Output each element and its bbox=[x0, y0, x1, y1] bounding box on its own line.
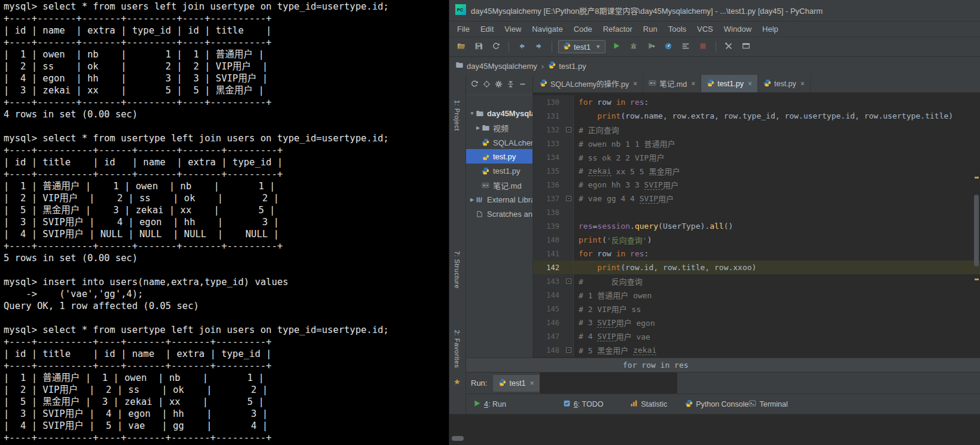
line-number[interactable]: 131 bbox=[533, 109, 564, 123]
tree-item-SQLALchemy的操作.py[interactable]: SQLALchemy的操作.py bbox=[466, 135, 532, 149]
run-button[interactable] bbox=[610, 40, 623, 53]
menu-item-edit[interactable]: Edit bbox=[475, 23, 499, 35]
line-number[interactable]: 130 bbox=[533, 95, 564, 109]
line-number[interactable]: 140 bbox=[533, 233, 564, 247]
tool-button-structure[interactable]: 7: Structure bbox=[454, 251, 461, 289]
code-line-136[interactable]: 136# egon hh 3 3 SVIP用户 bbox=[533, 178, 980, 192]
tab-SQLALchemy的操作.py[interactable]: SQLALchemy的操作.py× bbox=[534, 75, 643, 92]
breadcrumb-project[interactable]: day45Mysqlalchemy bbox=[467, 62, 537, 71]
gear-icon[interactable] bbox=[495, 80, 503, 90]
locate-icon[interactable] bbox=[483, 80, 491, 90]
close-icon[interactable]: × bbox=[633, 80, 637, 88]
close-icon[interactable]: × bbox=[530, 379, 534, 388]
line-number[interactable]: 143 bbox=[533, 274, 564, 288]
save-button[interactable] bbox=[472, 40, 485, 53]
line-number[interactable]: 146 bbox=[533, 316, 564, 329]
open-button[interactable] bbox=[455, 40, 468, 53]
tool-window-button-terminal[interactable]: Terminal bbox=[748, 399, 787, 409]
line-number[interactable]: 135 bbox=[533, 164, 564, 178]
line-number[interactable]: 137 bbox=[533, 192, 564, 205]
code-line-137[interactable]: 137-# vae gg 4 4 SVIP用户 bbox=[533, 192, 980, 205]
tree-item-test1.py[interactable]: test1.py bbox=[466, 164, 532, 178]
concurrency-button[interactable] bbox=[679, 40, 692, 53]
tab-test.py[interactable]: test.py× bbox=[758, 75, 811, 92]
code-line-148[interactable]: 148-# 5 黑金用户 zekai bbox=[533, 343, 980, 357]
code-line-144[interactable]: 144# 1 普通用户 owen bbox=[533, 288, 980, 302]
fold-marker-icon[interactable]: - bbox=[564, 123, 574, 137]
tree-item-视频[interactable]: ▶视频 bbox=[466, 120, 532, 135]
code-line-134[interactable]: 134# ss ok 2 2 VIP用户 bbox=[533, 150, 980, 164]
close-icon[interactable]: × bbox=[748, 80, 752, 88]
line-number[interactable]: 147 bbox=[533, 329, 564, 343]
tree-item-test.py[interactable]: test.py bbox=[466, 149, 532, 164]
mysql-terminal-window[interactable]: mysql> select * from users left join use… bbox=[0, 0, 449, 445]
favorites-star-icon[interactable]: ★ bbox=[454, 377, 461, 386]
menu-item-tools[interactable]: Tools bbox=[663, 23, 692, 35]
code-line-133[interactable]: 133# owen nb 1 1 普通用户 bbox=[533, 137, 980, 150]
forward-button[interactable] bbox=[532, 40, 546, 53]
fold-marker-icon[interactable]: - bbox=[564, 274, 574, 288]
line-number[interactable]: 134 bbox=[533, 150, 564, 164]
menu-item-file[interactable]: File bbox=[452, 23, 475, 35]
fold-marker-icon[interactable]: - bbox=[564, 343, 574, 357]
code-line-132[interactable]: 132-# 正向查询 bbox=[533, 123, 980, 137]
menu-item-navigate[interactable]: Navigate bbox=[526, 23, 568, 35]
sync-icon[interactable] bbox=[470, 80, 479, 90]
profiler-button[interactable] bbox=[662, 40, 675, 53]
editor-scrollbar[interactable] bbox=[973, 93, 980, 358]
menu-item-refactor[interactable]: Refactor bbox=[598, 23, 638, 35]
collapse-icon[interactable] bbox=[507, 80, 515, 90]
line-number[interactable]: 133 bbox=[533, 137, 564, 150]
tree-item-笔记.md[interactable]: 笔记.md bbox=[466, 178, 532, 192]
tool-button-favorites[interactable]: 2: Favorites bbox=[454, 330, 461, 368]
close-icon[interactable]: × bbox=[801, 80, 805, 88]
line-number[interactable]: 141 bbox=[533, 247, 564, 261]
tools-button[interactable] bbox=[722, 40, 735, 53]
layout-button[interactable] bbox=[739, 40, 753, 53]
menu-item-help[interactable]: Help bbox=[757, 23, 784, 35]
code-line-131[interactable]: 131 print(row.name, row.extra, row.type_… bbox=[533, 109, 980, 123]
code-line-138[interactable]: 138 bbox=[533, 205, 980, 219]
breadcrumb-file[interactable]: test1.py bbox=[559, 62, 586, 71]
close-icon[interactable]: × bbox=[691, 80, 695, 88]
tool-button-project[interactable]: 1: Project bbox=[454, 100, 461, 131]
tree-item-External Libraries[interactable]: ▶External Libraries bbox=[466, 192, 532, 207]
debug-button[interactable] bbox=[627, 40, 640, 53]
code-line-147[interactable]: 147# 4 SVIP用户 vae bbox=[533, 329, 980, 343]
code-line-143[interactable]: 143-# 反向查询 bbox=[533, 274, 980, 288]
tree-item-Scratches and Consoles[interactable]: Scratches and Consoles bbox=[466, 207, 532, 221]
code-line-139[interactable]: 139res=session.query(UserType).all() bbox=[533, 219, 980, 233]
code-line-146[interactable]: 146# 3 SVIP用户 egon bbox=[533, 316, 980, 329]
tool-window-button-statistic[interactable]: Statistic bbox=[630, 399, 667, 409]
back-button[interactable] bbox=[515, 40, 528, 53]
code-line-140[interactable]: 140print('反向查询') bbox=[533, 233, 980, 247]
line-number[interactable]: 144 bbox=[533, 288, 564, 302]
code-line-142[interactable]: 142 print(row.id, row.title, row.xxoo) bbox=[533, 261, 980, 274]
menu-item-vcs[interactable]: VCS bbox=[692, 23, 719, 35]
line-number[interactable]: 145 bbox=[533, 302, 564, 316]
run-config-selector[interactable]: test1▼ bbox=[558, 40, 605, 53]
run-tab[interactable]: test1 × bbox=[493, 375, 539, 392]
line-number[interactable]: 138 bbox=[533, 205, 564, 219]
stop-button[interactable] bbox=[696, 40, 710, 53]
line-number[interactable]: 136 bbox=[533, 178, 564, 192]
menu-item-window[interactable]: Window bbox=[719, 23, 757, 35]
fold-marker-icon[interactable]: - bbox=[564, 192, 574, 205]
scrollbar-thumb[interactable] bbox=[452, 436, 464, 441]
coverage-button[interactable] bbox=[644, 40, 658, 53]
tool-window-button-todo[interactable]: 6: TODO bbox=[563, 399, 604, 409]
line-number[interactable]: 142 bbox=[533, 261, 564, 274]
code-editor[interactable]: 130for row in res:131 print(row.name, ro… bbox=[533, 93, 980, 358]
sync-button[interactable] bbox=[489, 40, 503, 53]
line-number[interactable]: 139 bbox=[533, 219, 564, 233]
line-number[interactable]: 148 bbox=[533, 343, 564, 357]
tab-test1.py[interactable]: test1.py× bbox=[701, 75, 758, 92]
hide-icon[interactable] bbox=[519, 80, 526, 90]
menu-item-run[interactable]: Run bbox=[638, 23, 663, 35]
tab-笔记.md[interactable]: 笔记.md× bbox=[643, 75, 701, 92]
tool-window-button-python-console[interactable]: Python Console bbox=[685, 399, 748, 409]
code-line-145[interactable]: 145# 2 VIP用户 ss bbox=[533, 302, 980, 316]
menu-item-view[interactable]: View bbox=[499, 23, 526, 35]
scrollbar-thumb[interactable] bbox=[974, 195, 979, 267]
menu-item-code[interactable]: Code bbox=[568, 23, 598, 35]
